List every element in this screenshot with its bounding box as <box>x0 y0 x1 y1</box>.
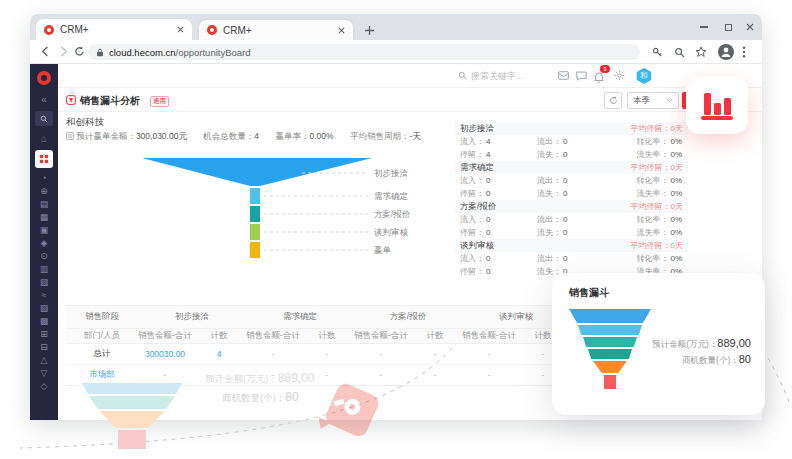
sidebar-menu-icon[interactable]: ◔ <box>41 172 46 185</box>
metric-value: 0 <box>563 137 567 146</box>
search-icon <box>40 115 48 123</box>
crm-favicon <box>44 25 54 35</box>
sidebar-menu-icon[interactable]: ⊞ <box>40 328 48 341</box>
user-avatar[interactable]: 和 <box>636 68 652 84</box>
global-search-input[interactable]: 搜索关键字... <box>471 70 524 83</box>
sidebar-item-funnel-active[interactable] <box>35 150 53 168</box>
gear-icon[interactable] <box>614 70 625 81</box>
row-label: 总计 <box>66 348 138 360</box>
sidebar-menu-icon[interactable]: ▩ <box>40 315 49 328</box>
bookmark-star-icon[interactable] <box>695 46 707 58</box>
stat-label: 平均销售周期： <box>350 131 410 141</box>
metric-label: 停留： <box>460 228 484 237</box>
stage-metrics-panel: 初步接洽平均停留：0天 流入：4流出：0转化率：0% 停留：4流失：0流失率：0… <box>455 122 688 278</box>
sidebar-menu-icon[interactable]: ▽ <box>41 367 48 380</box>
sidebar-menu-icon[interactable]: ⊕ <box>40 185 48 198</box>
cell: - <box>354 370 408 380</box>
funnel-stage-2[interactable] <box>250 188 260 204</box>
sidebar-menu-icon[interactable]: ⊙ <box>40 250 48 263</box>
stage-card[interactable]: 方案/报价平均停留：0天 流入：0流出：0转化率：0% 停留：0流失：0流失率：… <box>455 200 688 239</box>
browser-address-bar: cloud.hecom.cn/opportunityBoard <box>30 40 762 64</box>
stat-value: -天 <box>409 131 420 141</box>
column-header: 销售阶段 <box>66 311 138 323</box>
sidebar-menu-icon[interactable]: ⊟ <box>40 341 48 354</box>
sidebar-menu-icon[interactable]: ◇ <box>41 380 48 393</box>
key-icon[interactable] <box>652 47 663 58</box>
sidebar-menu: ◔ ⊕ ▤ ▦ ▣ ◈ ⊙ ▥ ▧ ≈ ▨ ▩ ⊞ ⊟ △ ▽ ◇ <box>40 172 49 393</box>
stat-value: 0.00% <box>309 131 333 141</box>
column-header: 需求确定 <box>246 311 354 323</box>
metric-label: 停留： <box>460 150 484 159</box>
sidebar-menu-icon[interactable]: ▣ <box>40 224 49 237</box>
sidebar-menu-icon[interactable]: ▤ <box>40 198 49 211</box>
notifications-bell[interactable]: 9 <box>594 69 604 87</box>
hecom-logo <box>37 71 51 85</box>
tab-close-icon[interactable] <box>338 27 345 34</box>
url-field[interactable]: cloud.hecom.cn/opportunityBoard <box>88 44 640 60</box>
window-maximize-button[interactable] <box>722 22 734 32</box>
cell-link[interactable]: 4 <box>192 349 246 359</box>
back-icon[interactable] <box>40 46 51 57</box>
inbox-icon[interactable] <box>558 71 569 80</box>
metric-value: 0% <box>670 150 682 159</box>
metric-value: 4 <box>486 137 490 146</box>
sidebar-collapse-icon[interactable]: « <box>41 93 47 106</box>
funnel-stage-1[interactable] <box>142 158 372 186</box>
metric-value: 0 <box>563 254 567 263</box>
company-name: 和创科技 <box>66 116 104 129</box>
sidebar-menu-icon[interactable]: ▥ <box>40 263 49 276</box>
reload-icon[interactable] <box>74 46 85 57</box>
sidebar-search-button[interactable] <box>35 111 53 126</box>
new-tab-button[interactable] <box>364 22 376 34</box>
sidebar-menu-icon[interactable]: △ <box>41 354 48 367</box>
chevron-down-icon <box>666 98 673 103</box>
sidebar-menu-icon[interactable]: ≈ <box>42 289 47 302</box>
chat-icon[interactable] <box>576 71 587 81</box>
stage-card[interactable]: 初步接洽平均停留：0天 流入：4流出：0转化率：0% 停留：4流失：0流失率：0… <box>455 122 688 161</box>
browser-tab-1[interactable]: CRM+ <box>36 19 192 40</box>
dashboard-grid-icon <box>39 154 49 164</box>
window-close-button[interactable] <box>744 22 756 32</box>
row-label-link[interactable]: 市场部 <box>66 369 138 381</box>
sidebar-menu-icon[interactable]: ▨ <box>40 302 49 315</box>
refresh-button[interactable] <box>604 92 622 109</box>
column-header: 部门/人员 <box>66 330 138 342</box>
funnel-stage-4[interactable] <box>250 224 260 240</box>
sidebar-menu-icon[interactable]: ▧ <box>40 276 49 289</box>
app-sidebar: « ⌂ ◔ ⊕ ▤ ▦ ▣ ◈ ⊙ ▥ ▧ ≈ ▨ ▩ ⊞ <box>30 64 58 420</box>
stage-card[interactable]: 需求确定平均停留：0天 流入：0流出：0转化率：0% 停留：0流失：0流失率：0… <box>455 161 688 200</box>
popup-count: 商机数量(个)：80 <box>682 349 751 367</box>
stat-value: 300,030.00元 <box>136 131 187 141</box>
metric-value: 0 <box>486 267 490 276</box>
metric-label: 流失： <box>537 228 561 237</box>
tab-close-icon[interactable] <box>177 26 184 33</box>
metric-label: 停留： <box>460 267 484 276</box>
sidebar-home-icon[interactable]: ⌂ <box>41 132 47 145</box>
period-select[interactable]: 本季 <box>627 92 679 109</box>
cell: - <box>300 349 354 359</box>
browser-profile-avatar[interactable] <box>718 44 734 60</box>
search-extension-icon[interactable] <box>674 47 685 58</box>
avg-stay-value: 0天 <box>671 124 683 133</box>
board-toolbar: 销售漏斗分析 通用 本季 <box>58 88 762 112</box>
cell-link[interactable]: 300030.00 <box>138 349 192 359</box>
column-header: 方案/报价 <box>354 311 462 323</box>
sidebar-menu-icon[interactable]: ◈ <box>41 237 48 250</box>
avg-stay-label: 平均停留： <box>631 124 671 133</box>
browser-menu-kebab-icon[interactable] <box>742 46 746 58</box>
funnel-stage-3[interactable] <box>250 206 260 222</box>
stat-label: 机会总数量： <box>203 131 254 141</box>
window-minimize-button[interactable] <box>698 22 710 32</box>
funnel-stage-5[interactable] <box>250 242 260 258</box>
chart-feature-card[interactable] <box>686 76 748 134</box>
popup-funnel-stem <box>604 375 616 389</box>
sidebar-menu-icon[interactable]: ▦ <box>40 211 49 224</box>
stat-label: 预计赢单金额： <box>76 131 136 141</box>
browser-tab-2[interactable]: CRM+ <box>198 19 354 40</box>
forward-icon[interactable] <box>58 46 69 57</box>
cell: - <box>408 370 462 380</box>
plus-icon <box>364 25 375 36</box>
metric-label: 流失率： <box>636 228 668 237</box>
notification-badge: 9 <box>600 65 610 73</box>
metric-value: 0 <box>486 215 490 224</box>
